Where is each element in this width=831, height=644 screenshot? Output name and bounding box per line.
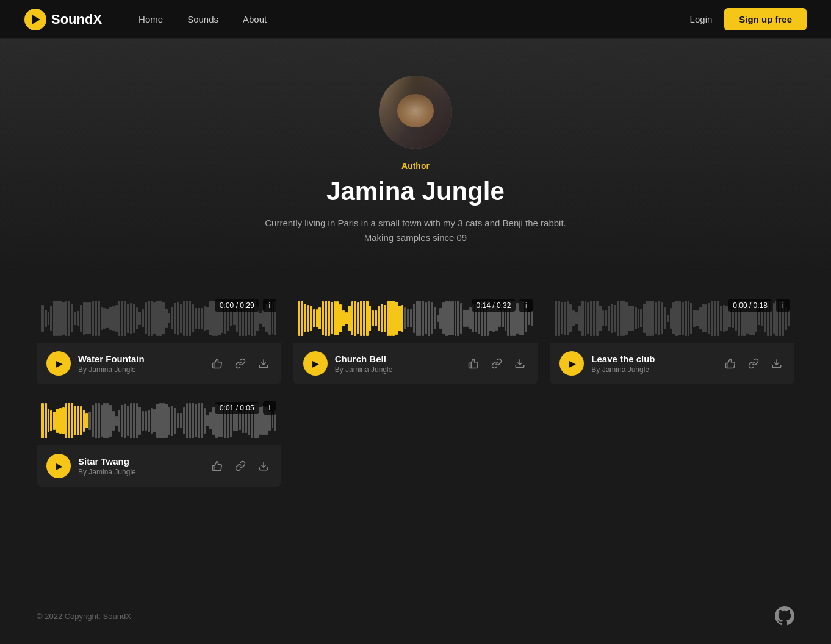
waveform-leave-the-club[interactable]: 0:00 / 0:18i [550,294,794,343]
profile-name: Jamina Jungle [326,177,505,206]
link-button-water-fountain[interactable] [232,356,248,371]
waveform-overlay-water-fountain: 0:00 / 0:29i [215,299,276,312]
time-badge-leave-the-club: 0:00 / 0:18 [728,299,772,312]
sound-author-sitar-twang: By Jamina Jungle [78,468,202,476]
sound-info-church-bell: Church BellBy Jamina Jungle [335,354,459,374]
login-button[interactable]: Login [690,14,713,24]
logo[interactable]: SoundX [24,9,102,30]
sound-card-church-bell: 0:14 / 0:32i▶Church BellBy Jamina Jungle [293,294,538,384]
download-button-sitar-twang[interactable] [256,458,272,474]
info-button-church-bell[interactable]: i [519,299,533,312]
sound-card-sitar-twang: 0:01 / 0:05i▶Sitar TwangBy Jamina Jungle [37,396,281,487]
nav-about[interactable]: About [231,0,279,39]
sound-card-water-fountain: 0:00 / 0:29i▶Water FountainBy Jamina Jun… [37,294,281,384]
play-button-leave-the-club[interactable]: ▶ [559,351,584,376]
profile-bio: Currently living in Paris in a small tow… [263,216,568,245]
sound-title-church-bell: Church Bell [335,354,459,364]
sound-author-leave-the-club: By Jamina Jungle [591,365,715,374]
link-button-church-bell[interactable] [489,356,505,371]
play-icon: ▶ [569,359,576,368]
nav-home[interactable]: Home [126,0,175,39]
time-badge-church-bell: 0:14 / 0:32 [472,299,516,312]
footer: © 2022 Copyright: SoundX [0,588,831,644]
play-button-sitar-twang[interactable]: ▶ [46,454,71,478]
svg-point-1 [34,18,37,21]
sound-title-water-fountain: Water Fountain [78,354,202,364]
sound-info-water-fountain: Water FountainBy Jamina Jungle [78,354,202,374]
nav-actions: Login Sign up free [690,8,807,30]
sound-info-leave-the-club: Leave the clubBy Jamina Jungle [591,354,715,374]
signup-button[interactable]: Sign up free [724,8,807,30]
info-button-sitar-twang[interactable]: i [263,401,276,415]
footer-copyright: © 2022 Copyright: SoundX [37,612,131,621]
download-button-water-fountain[interactable] [256,356,272,371]
play-icon: ▶ [56,461,63,471]
waveform-overlay-church-bell: 0:14 / 0:32i [472,299,533,312]
sound-actions-sitar-twang [209,458,272,474]
sound-bottom-sitar-twang: ▶Sitar TwangBy Jamina Jungle [37,445,281,487]
waveform-overlay-sitar-twang: 0:01 / 0:05i [215,401,276,415]
sound-actions-water-fountain [209,356,272,371]
sound-title-sitar-twang: Sitar Twang [78,456,202,467]
play-icon: ▶ [312,359,319,368]
waveform-water-fountain[interactable]: 0:00 / 0:29i [37,294,281,343]
waveform-overlay-leave-the-club: 0:00 / 0:18i [728,299,790,312]
download-button-leave-the-club[interactable] [769,356,785,371]
nav-links: Home Sounds About [126,0,690,39]
avatar-image [379,76,452,149]
logo-icon [24,9,46,30]
like-button-sitar-twang[interactable] [209,458,225,474]
navbar: SoundX Home Sounds About Login Sign up f… [0,0,831,39]
like-button-church-bell[interactable] [466,356,481,371]
avatar [379,76,452,149]
link-button-leave-the-club[interactable] [746,356,761,371]
sound-title-leave-the-club: Leave the club [591,354,715,364]
sound-author-water-fountain: By Jamina Jungle [78,365,202,374]
sound-author-church-bell: By Jamina Jungle [335,365,459,374]
github-icon[interactable] [775,606,794,626]
link-button-sitar-twang[interactable] [232,458,248,474]
info-button-water-fountain[interactable]: i [263,299,276,312]
sound-bottom-water-fountain: ▶Water FountainBy Jamina Jungle [37,343,281,384]
profile-section: Author Jamina Jungle Currently living in… [0,39,831,270]
nav-sounds[interactable]: Sounds [175,0,231,39]
sound-bottom-church-bell: ▶Church BellBy Jamina Jungle [293,343,538,384]
like-button-water-fountain[interactable] [209,356,225,371]
sound-info-sitar-twang: Sitar TwangBy Jamina Jungle [78,456,202,476]
play-icon: ▶ [56,359,63,368]
waveform-sitar-twang[interactable]: 0:01 / 0:05i [37,396,281,445]
download-button-church-bell[interactable] [512,356,528,371]
sound-actions-leave-the-club [722,356,785,371]
play-button-water-fountain[interactable]: ▶ [46,351,71,376]
logo-text: SoundX [51,12,102,27]
sounds-grid: 0:00 / 0:29i▶Water FountainBy Jamina Jun… [0,270,831,511]
play-button-church-bell[interactable]: ▶ [303,351,328,376]
waveform-church-bell[interactable]: 0:14 / 0:32i [293,294,538,343]
time-badge-sitar-twang: 0:01 / 0:05 [215,402,259,414]
time-badge-water-fountain: 0:00 / 0:29 [215,299,259,312]
sound-card-leave-the-club: 0:00 / 0:18i▶Leave the clubBy Jamina Jun… [550,294,794,384]
info-button-leave-the-club[interactable]: i [776,299,790,312]
sound-actions-church-bell [466,356,528,371]
profile-role: Author [401,161,430,171]
sound-bottom-leave-the-club: ▶Leave the clubBy Jamina Jungle [550,343,794,384]
like-button-leave-the-club[interactable] [722,356,738,371]
